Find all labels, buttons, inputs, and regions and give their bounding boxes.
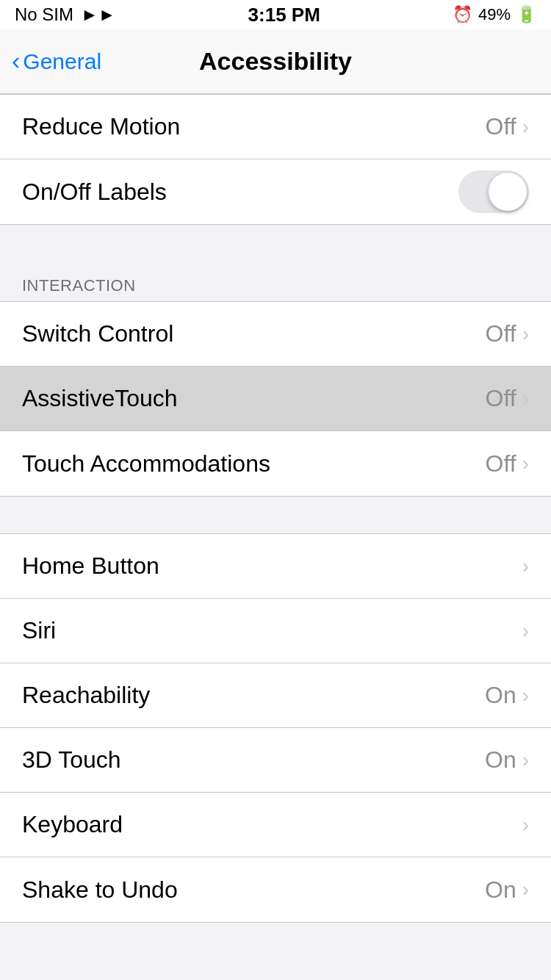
status-bar: No SIM ►► 3:15 PM ⏰ 49% 🔋 <box>0 0 551 29</box>
keyboard-item[interactable]: Keyboard › <box>0 793 551 857</box>
on-off-labels-item[interactable]: On/Off Labels <box>0 159 551 224</box>
home-button-label: Home Button <box>22 552 159 580</box>
spacer-1 <box>0 225 551 262</box>
toggle-knob <box>489 173 527 211</box>
on-off-labels-right <box>458 170 529 213</box>
3d-touch-label: 3D Touch <box>22 746 121 774</box>
3d-touch-chevron-icon: › <box>522 749 529 772</box>
siri-label: Siri <box>22 617 56 644</box>
alarm-icon: ⏰ <box>453 5 472 24</box>
page-title: Accessibility <box>199 47 352 76</box>
switch-control-item[interactable]: Switch Control Off › <box>0 302 551 367</box>
reduce-motion-label: Reduce Motion <box>22 113 180 140</box>
shake-to-undo-label: Shake to Undo <box>22 876 178 904</box>
reduce-motion-item[interactable]: Reduce Motion Off › <box>0 95 551 159</box>
interaction-section: Switch Control Off › AssistiveTouch Off … <box>0 301 551 497</box>
reduce-motion-value: Off <box>486 113 516 140</box>
assistive-touch-item[interactable]: AssistiveTouch Off › <box>0 367 551 431</box>
reduce-motion-right: Off › <box>486 113 529 140</box>
motion-list-group: Reduce Motion Off › On/Off Labels <box>0 94 551 225</box>
reduce-motion-chevron-icon: › <box>522 115 529 139</box>
wifi-icon: ►► <box>81 4 116 25</box>
status-bar-right: ⏰ 49% 🔋 <box>453 5 536 24</box>
siri-chevron-icon: › <box>522 619 529 643</box>
keyboard-right: › <box>522 813 529 837</box>
status-bar-time: 3:15 PM <box>248 4 320 26</box>
3d-touch-value: On <box>485 746 516 774</box>
touch-accommodations-right: Off › <box>486 450 529 478</box>
home-button-right: › <box>522 555 529 578</box>
on-off-labels-label: On/Off Labels <box>22 179 167 206</box>
home-button-chevron-icon: › <box>522 555 529 578</box>
nav-bar: ‹ General Accessibility <box>0 29 551 94</box>
switch-control-label: Switch Control <box>22 320 173 347</box>
hardware-section: Home Button › Siri › Reachability On › 3… <box>0 533 551 923</box>
switch-control-value: Off <box>486 320 516 347</box>
shake-to-undo-chevron-icon: › <box>522 878 529 901</box>
spacer-2 <box>0 497 551 533</box>
switch-control-right: Off › <box>486 320 529 347</box>
back-button[interactable]: ‹ General <box>12 48 101 75</box>
keyboard-label: Keyboard <box>22 811 123 838</box>
assistive-touch-label: AssistiveTouch <box>22 385 178 412</box>
reachability-value: On <box>485 682 516 709</box>
siri-item[interactable]: Siri › <box>0 599 551 663</box>
assistive-touch-value: Off <box>486 385 516 412</box>
reachability-right: On › <box>485 682 529 709</box>
interaction-section-header: INTERACTION <box>0 262 551 301</box>
shake-to-undo-right: On › <box>485 876 529 904</box>
touch-accommodations-chevron-icon: › <box>522 452 529 475</box>
carrier-label: No SIM <box>15 4 73 25</box>
back-label: General <box>23 49 101 74</box>
shake-to-undo-value: On <box>485 876 516 904</box>
reachability-label: Reachability <box>22 682 150 709</box>
3d-touch-right: On › <box>485 746 529 774</box>
touch-accommodations-value: Off <box>486 450 516 478</box>
assistive-touch-chevron-icon: › <box>522 387 529 411</box>
touch-accommodations-label: Touch Accommodations <box>22 450 270 478</box>
motion-section: Reduce Motion Off › On/Off Labels <box>0 94 551 225</box>
battery-icon: 🔋 <box>516 5 536 24</box>
switch-control-chevron-icon: › <box>522 323 529 346</box>
reachability-chevron-icon: › <box>522 684 529 707</box>
home-button-item[interactable]: Home Button › <box>0 534 551 599</box>
back-chevron-icon: ‹ <box>12 46 20 75</box>
touch-accommodations-item[interactable]: Touch Accommodations Off › <box>0 431 551 496</box>
3d-touch-item[interactable]: 3D Touch On › <box>0 728 551 793</box>
siri-right: › <box>522 619 529 643</box>
battery-percent: 49% <box>478 5 511 24</box>
status-bar-left: No SIM ►► <box>15 4 116 25</box>
interaction-list-group: Switch Control Off › AssistiveTouch Off … <box>0 301 551 497</box>
shake-to-undo-item[interactable]: Shake to Undo On › <box>0 857 551 922</box>
reachability-item[interactable]: Reachability On › <box>0 663 551 728</box>
on-off-labels-toggle[interactable] <box>458 170 529 213</box>
keyboard-chevron-icon: › <box>522 813 529 837</box>
assistive-touch-right: Off › <box>486 385 529 412</box>
hardware-list-group: Home Button › Siri › Reachability On › 3… <box>0 533 551 923</box>
